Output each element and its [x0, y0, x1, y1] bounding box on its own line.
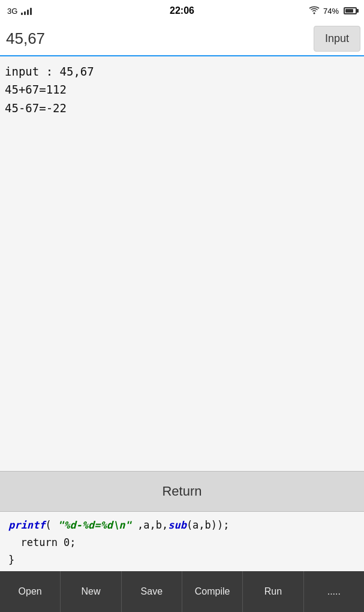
signal-bar-4 — [30, 8, 32, 15]
battery-percent: 74% — [323, 7, 339, 16]
main-input[interactable] — [0, 25, 314, 53]
code-format-string: "%d-%d=%d\n" — [52, 517, 131, 534]
output-area: input : 45,67 45+67=112 45-67=-22 — [0, 56, 364, 471]
battery-fill — [345, 9, 353, 13]
code-line-2: return 0; — [8, 534, 356, 551]
output-text: input : 45,67 45+67=112 45-67=-22 — [5, 62, 359, 117]
code-brace: } — [8, 551, 14, 569]
input-row: Input — [0, 22, 364, 56]
code-line-3: } — [8, 551, 356, 569]
new-button[interactable]: New — [61, 571, 121, 612]
carrier-signal: 3G — [7, 7, 32, 16]
more-button[interactable]: ..... — [304, 571, 364, 612]
signal-bars-icon — [21, 7, 32, 15]
status-right: 74% — [309, 6, 357, 16]
signal-bar-1 — [21, 13, 23, 15]
carrier-text: 3G — [7, 7, 17, 16]
status-bar: 3G 22:06 74% — [0, 0, 364, 22]
return-button[interactable]: Return — [0, 471, 364, 512]
wifi-icon — [309, 6, 320, 16]
open-button[interactable]: Open — [0, 571, 61, 612]
input-button[interactable]: Input — [314, 26, 360, 52]
run-button[interactable]: Run — [243, 571, 303, 612]
bottom-toolbar: Open New Save Compile Run ..... — [0, 571, 364, 612]
compile-button[interactable]: Compile — [182, 571, 243, 612]
code-line-1: printf ( "%d-%d=%d\n" ,a,b, sub (a,b)); — [8, 517, 356, 534]
signal-bar-3 — [27, 10, 29, 15]
save-button[interactable]: Save — [122, 571, 182, 612]
code-args: ,a,b, — [131, 517, 168, 534]
status-time: 22:06 — [170, 5, 194, 16]
code-paren-open: ( — [45, 517, 51, 534]
code-printf: printf — [8, 517, 45, 534]
svg-point-0 — [313, 12, 315, 14]
code-sub-func: sub — [168, 517, 186, 534]
code-return: return 0; — [8, 534, 76, 551]
code-func-args: (a,b)); — [186, 517, 230, 534]
code-preview: printf ( "%d-%d=%d\n" ,a,b, sub (a,b)); … — [0, 512, 364, 571]
signal-bar-2 — [24, 11, 26, 15]
battery-icon — [344, 7, 357, 14]
